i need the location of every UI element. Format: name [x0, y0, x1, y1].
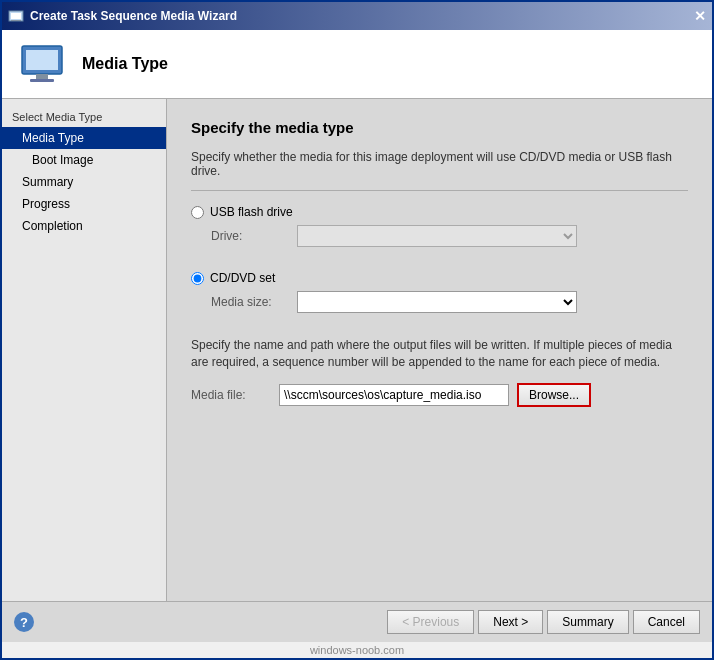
window-title: Create Task Sequence Media Wizard: [30, 9, 237, 23]
sidebar-item-completion[interactable]: Completion: [2, 215, 166, 237]
help-icon[interactable]: ?: [14, 612, 34, 632]
description-text: Specify whether the media for this image…: [191, 150, 688, 191]
header-title: Media Type: [82, 55, 168, 73]
drive-select[interactable]: [297, 225, 577, 247]
footer-buttons: < Previous Next > Summary Cancel: [387, 610, 700, 634]
cancel-button[interactable]: Cancel: [633, 610, 700, 634]
page-title: Specify the media type: [191, 119, 688, 136]
dvd-radio-row: CD/DVD set: [191, 271, 688, 285]
media-size-label: Media size:: [211, 295, 291, 309]
header-panel: Media Type: [2, 30, 712, 99]
wizard-window: Create Task Sequence Media Wizard ✕ Medi…: [0, 0, 714, 660]
svg-rect-6: [30, 79, 54, 82]
usb-label[interactable]: USB flash drive: [210, 205, 293, 219]
watermark: windows-noob.com: [2, 642, 712, 658]
dvd-label[interactable]: CD/DVD set: [210, 271, 275, 285]
usb-option-group: USB flash drive Drive:: [191, 205, 688, 257]
info-text: Specify the name and path where the outp…: [191, 337, 688, 371]
media-file-input[interactable]: [279, 384, 509, 406]
svg-rect-2: [11, 20, 21, 21]
media-size-field-row: Media size:: [211, 291, 688, 313]
dvd-option-group: CD/DVD set Media size:: [191, 271, 688, 323]
sidebar-item-summary[interactable]: Summary: [2, 171, 166, 193]
wizard-icon: [8, 8, 24, 24]
footer-left: ?: [14, 612, 34, 632]
drive-field-row: Drive:: [211, 225, 688, 247]
sidebar: Select Media Type Media Type Boot Image …: [2, 99, 167, 601]
svg-rect-5: [36, 74, 48, 79]
footer: ? < Previous Next > Summary Cancel: [2, 601, 712, 642]
previous-button[interactable]: < Previous: [387, 610, 474, 634]
sidebar-section-label: Select Media Type: [2, 107, 166, 127]
sidebar-item-media-type[interactable]: Media Type: [2, 127, 166, 149]
sidebar-item-progress[interactable]: Progress: [2, 193, 166, 215]
media-file-label: Media file:: [191, 388, 271, 402]
svg-rect-4: [26, 50, 58, 70]
title-bar: Create Task Sequence Media Wizard ✕: [2, 2, 712, 30]
title-bar-left: Create Task Sequence Media Wizard: [8, 8, 237, 24]
close-button[interactable]: ✕: [694, 9, 706, 23]
usb-radio[interactable]: [191, 206, 204, 219]
dvd-radio[interactable]: [191, 272, 204, 285]
next-button[interactable]: Next >: [478, 610, 543, 634]
browse-button[interactable]: Browse...: [517, 383, 591, 407]
svg-rect-1: [11, 13, 21, 19]
drive-label: Drive:: [211, 229, 291, 243]
body: Select Media Type Media Type Boot Image …: [2, 99, 712, 601]
media-size-select[interactable]: [297, 291, 577, 313]
header-icon: [18, 40, 66, 88]
media-file-row: Media file: Browse...: [191, 383, 688, 407]
content-area: Specify the media type Specify whether t…: [167, 99, 712, 601]
sidebar-item-boot-image[interactable]: Boot Image: [2, 149, 166, 171]
summary-button[interactable]: Summary: [547, 610, 628, 634]
usb-radio-row: USB flash drive: [191, 205, 688, 219]
